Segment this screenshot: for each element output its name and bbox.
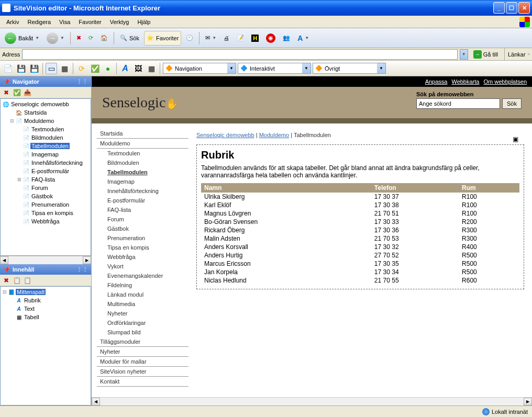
tree-item[interactable]: ⊟📄Moduldemo [2,117,90,125]
sidenav-subitem[interactable]: Prenumeration [97,233,189,243]
menu-verktyg[interactable]: Verktyg [106,18,134,26]
sidenav-subitem[interactable]: Innehållsförteckning [97,186,189,196]
sidenav-subitem[interactable]: Länkad modul [97,290,189,299]
search-button[interactable]: 🔍Sök [117,31,142,46]
forward-button[interactable]: → ▼ [44,31,67,46]
paste-button[interactable]: 📋 [23,276,31,285]
sidenav-subitem[interactable]: Tipsa en kompis [97,243,189,252]
content-tree[interactable]: ⊟📘MittenspaltARubrikAText▦Tabell [0,286,91,405]
save2-button[interactable]: 💾 [28,63,40,74]
sidenav-item[interactable]: Kontakt [97,377,189,387]
dot-button[interactable]: ● [102,63,114,74]
tree-item[interactable]: 📄Prenumeration [2,200,90,209]
anpassa-link[interactable]: Anpassa [425,78,448,85]
menu-favoriter[interactable]: Favoriter [74,18,105,26]
other-dropdown[interactable]: 🔶 Övrigt ▼ [313,63,386,74]
tree-item[interactable]: 📄Gästbok [2,192,90,200]
refresh-button[interactable]: ⟳ [76,63,87,74]
sidenav-subitem[interactable]: Nyheter [97,309,189,318]
tree-root[interactable]: 🌐 Senselogic demowebb [2,100,90,108]
scroll-left-button[interactable]: ◀ [92,398,100,405]
layout-button[interactable]: ▭ [46,63,57,74]
tree-item[interactable]: ▦Tabell [2,313,90,321]
font-a-button[interactable]: A [119,63,131,74]
sidenav-subitem[interactable]: Multimedia [97,299,189,309]
sidenav-subitem[interactable]: E-postformulär [97,196,189,205]
scroll-left-button[interactable]: ◀ [0,256,8,264]
table-button[interactable]: ▦ [146,63,157,74]
sidenav-subitem[interactable]: Bildmodulen [97,158,189,167]
home-button[interactable]: 🏠 [98,31,110,46]
sidenav-subitem[interactable]: Gästbok [97,224,189,233]
breadcrumb-root[interactable]: Senselogic demowebb [196,132,254,138]
tree-item[interactable]: 📄Imagemap [2,150,90,159]
sidenav-subitem[interactable]: Textmodulen [97,149,189,158]
go-button[interactable]: → Gå till [470,49,501,60]
search-button[interactable]: Sök [502,98,522,109]
address-dropdown-button[interactable]: ▼ [460,49,468,60]
messenger-button[interactable]: 👥 [280,31,293,46]
delete-button[interactable]: ✖ [2,88,10,97]
edit-button[interactable]: 📝 [234,31,247,46]
sidenav-item[interactable]: Moduler för mallar [97,357,189,367]
sidenav-subitem[interactable]: Slumpad bild [97,328,189,337]
navigator-tree[interactable]: 🌐 Senselogic demowebb 🏠Startsida⊟📄Moduld… [0,98,91,256]
expand-icon[interactable]: ⊞ [16,177,22,182]
sidenav-subitem[interactable]: Webbfråga [97,252,189,262]
tree-item[interactable]: ⊟📘Mittenspalt [2,288,90,296]
tree-item[interactable]: 📄Tabellmodulen [2,142,90,150]
image-button[interactable]: 🖼 [132,63,144,74]
tree-item[interactable]: 📄Tipsa en kompis [2,209,90,217]
page-frame[interactable]: Anpassa Webbkarta Om webbplatsen Senselo… [92,76,532,405]
sidenav-subitem[interactable]: Tabellmodulen [97,167,189,177]
sidenav-subitem[interactable]: Vykort [97,262,189,271]
expand-icon[interactable]: ⊟ [2,289,7,295]
tree-item[interactable]: ⊞📄FAQ-lista [2,175,90,184]
tree-item[interactable]: 📄E-postformulär [2,167,90,175]
breadcrumb-section[interactable]: Moduldemo [259,132,289,138]
menu-arkiv[interactable]: Arkiv [2,18,23,26]
grip-icon[interactable]: ⋮⋮ [76,266,88,273]
refresh-button[interactable]: ⟳ [86,31,96,46]
tree-item[interactable]: 📄Forum [2,184,90,192]
export-button[interactable]: 📤 [23,88,31,97]
tree-hscrollbar[interactable]: ◀ ▶ [0,256,91,264]
tree-item[interactable]: 🏠Startsida [2,108,90,117]
scroll-track[interactable] [100,398,524,405]
sidenav-subitem[interactable]: Evenemangskalender [97,271,189,280]
maximize-button[interactable]: ☐ [506,2,517,14]
back-button[interactable]: ← Bakåt ▼ [2,31,42,46]
favorites-button[interactable]: ⭐Favoriter [144,31,181,46]
sidenav-item[interactable]: Nyheter [97,347,189,357]
mail-button[interactable]: ✉▼ [203,31,219,46]
links-label[interactable]: Länkar [508,51,526,58]
history-button[interactable]: 🕘 [183,31,196,46]
content-editable-box[interactable]: ▣ Rubrik Tabellmodulen används för att s… [196,144,524,289]
expand-icon[interactable]: ⊟ [9,118,15,123]
scroll-track[interactable] [8,256,83,264]
sidenav-subitem[interactable]: Forum [97,215,189,224]
sidenav-item[interactable]: Moduldemo [97,139,189,149]
close-button[interactable]: ✕ [518,2,530,14]
sidenav-item[interactable]: Tilläggsmoduler [97,337,189,347]
tree-item[interactable]: 📄Webbfråga [2,217,90,226]
search-input[interactable] [416,98,500,109]
navigation-dropdown[interactable]: 🔶 Navigation ▼ [163,63,236,74]
sidenav-item[interactable]: SiteVision nyheter [97,367,189,377]
red-button[interactable]: ◉ [263,31,278,46]
new-button[interactable]: 📄 [2,63,14,74]
scroll-right-button[interactable]: ▶ [83,256,91,264]
grid-button[interactable]: ▦ [59,63,70,74]
interactive-dropdown[interactable]: 🔷 Interaktivt ▼ [238,63,311,74]
delete-button[interactable]: ✖ [2,276,10,285]
print-button[interactable]: 🖨 [221,31,232,46]
sidenav-subitem[interactable]: Imagemap [97,177,189,186]
om-link[interactable]: Om webbplatsen [483,78,527,85]
sidenav-subitem[interactable]: Fildelning [97,280,189,290]
tree-item[interactable]: 📄Bildmodulen [2,133,90,142]
webbkarta-link[interactable]: Webbkarta [451,78,479,85]
grip-icon[interactable]: ⋮⋮ [76,78,88,85]
sidenav-subitem[interactable]: FAQ-lista [97,205,189,215]
menu-hjalp[interactable]: Hjälp [133,18,154,26]
tree-item[interactable]: ARubrik [2,296,90,305]
